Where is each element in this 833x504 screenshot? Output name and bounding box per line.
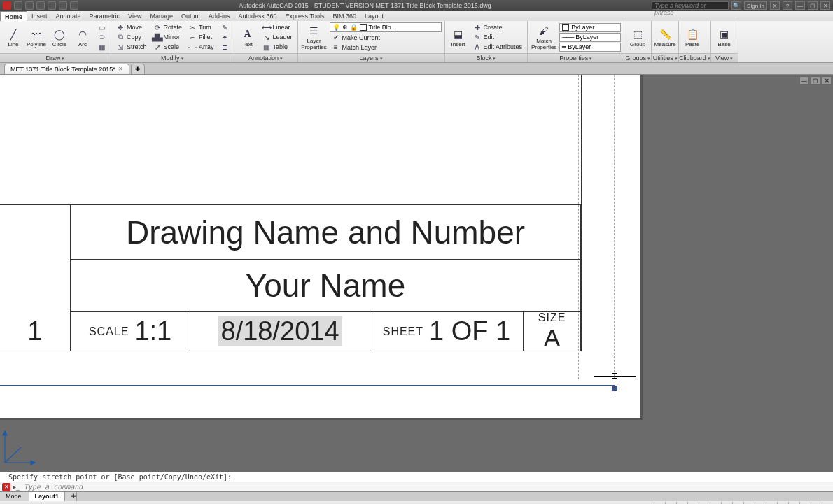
tab-add-layout[interactable]: ✚ [65,492,77,501]
panel-label-utilities[interactable]: Utilities [652,53,678,62]
tab-express[interactable]: Express Tools [281,11,329,21]
quick-access-toolbar [0,1,78,10]
rotate-button[interactable]: ⟳Rotate [151,23,185,32]
close-icon[interactable]: ✕ [820,1,830,10]
line-button[interactable]: ╱Line [3,22,24,52]
offset-button[interactable]: ⊏ [218,43,231,52]
qat-save-icon[interactable] [36,1,45,10]
help-icon[interactable]: ? [783,1,792,10]
size-label: SIZE [538,312,566,324]
maximize-icon[interactable]: ▢ [808,1,818,10]
file-tab-close-icon[interactable]: ✕ [118,64,123,74]
vp-min-icon[interactable]: — [799,76,809,85]
linetype-combo[interactable]: ───ByLayer [559,33,621,42]
tab-home[interactable]: Home [0,11,27,21]
panel-label-modify[interactable]: Modify [111,53,234,62]
mirror-button[interactable]: ▟▙Mirror [151,33,185,42]
vp-close-icon[interactable]: ✕ [822,76,832,85]
search-go-icon[interactable]: 🔍 [732,1,741,10]
qat-undo-icon[interactable] [48,1,56,10]
panel-label-view[interactable]: View [711,53,738,62]
tab-model[interactable]: Model [0,492,29,501]
stretch-grip[interactable] [612,386,617,391]
infocenter-search[interactable]: Type a keyword or phrase [652,1,729,10]
explode-button[interactable]: ✦ [218,33,231,42]
title-block-row-info: 1 SCALE 1:1 8/18/2014 SHEET 1 OF 1 SIZE … [0,312,580,351]
lineweight-combo[interactable]: ━ByLayer [559,43,621,52]
minimize-icon[interactable]: — [795,1,805,10]
circle-button[interactable]: ◯Circle [49,22,70,52]
title-block[interactable]: Drawing Name and Number Your Name 1 SCAL… [0,204,581,351]
selected-line[interactable] [0,385,615,386]
tab-insert[interactable]: Insert [27,11,52,21]
makecurrent-icon: ✔ [332,34,340,42]
drawing-canvas[interactable]: Drawing Name and Number Your Name 1 SCAL… [0,75,833,472]
match-layer-button[interactable]: ≡Match Layer [330,43,442,52]
match-prop-button[interactable]: 🖌Match Properties [531,22,557,52]
color-combo[interactable]: ByLayer [559,23,621,32]
matchlayer-icon: ≡ [332,43,340,52]
draw-hatch-button[interactable]: ▦ [95,43,108,52]
exchange-icon[interactable]: X [770,1,780,10]
scale-button[interactable]: ⤢Scale [151,43,185,52]
command-close-icon[interactable]: ✕ [2,483,10,491]
text-button[interactable]: AText [237,22,258,52]
stretch-button[interactable]: ⇲Stretch [114,43,149,52]
copy-button[interactable]: ⧉Copy [114,33,149,42]
qat-plot-icon[interactable] [70,1,78,10]
file-tab-active[interactable]: MET 1371 Title Block Template 2015* ✕ [4,64,130,74]
linear-dim-button[interactable]: ⟷Linear [260,23,295,32]
layer-properties-button[interactable]: ☰Layer Properties [301,22,328,52]
leader-button[interactable]: ↘Leader [260,33,295,42]
attr-icon: A [473,43,482,51]
trim-button[interactable]: ✂Trim [186,23,216,32]
tab-annotate[interactable]: Annotate [52,11,85,21]
panel-label-layers[interactable]: Layers [298,53,444,62]
tab-addins[interactable]: Add-ins [204,11,234,21]
file-tab-new[interactable]: ✚ [131,64,145,74]
current-layer-combo[interactable]: 💡 ❄ 🔒 Title Blo... [330,22,442,32]
move-button[interactable]: ✥Move [114,23,149,32]
paste-button[interactable]: 📋Paste [682,22,703,52]
panel-label-block[interactable]: Block [445,53,528,62]
tab-output[interactable]: Output [177,11,204,21]
panel-label-annotation[interactable]: Annotation [234,53,298,62]
create-block-button[interactable]: ✚Create [471,23,525,32]
tb-cell-date: 8/18/2014 [190,312,369,351]
arc-button[interactable]: ◠Arc [72,22,93,52]
panel-label-properties[interactable]: Properties [528,53,624,62]
draw-ellipse-button[interactable]: ⬭ [95,33,108,42]
fillet-button[interactable]: ⌐Fillet [186,33,216,42]
insert-block-button[interactable]: ⬓Insert [448,22,469,52]
base-view-button[interactable]: ▣Base [714,22,735,52]
qat-open-icon[interactable] [25,1,34,10]
panel-label-clipboard[interactable]: Clipboard [679,53,710,62]
tab-manage[interactable]: Manage [146,11,177,21]
command-input[interactable] [20,483,833,491]
erase-button[interactable]: ✎ [218,23,231,32]
app-logo-icon[interactable] [3,1,11,10]
tab-layout1[interactable]: Layout1 [29,492,66,501]
draw-rect-button[interactable]: ▭ [95,23,108,32]
circle-icon: ◯ [52,27,66,41]
panel-label-draw[interactable]: Draw [0,53,111,62]
table-button[interactable]: ▦Table [260,43,295,52]
edit-attr-button[interactable]: AEdit Attributes [471,43,525,52]
array-button[interactable]: ⋮⋮Array [186,43,216,52]
panel-label-groups[interactable]: Groups [624,53,651,62]
tab-layout[interactable]: Layout [360,11,388,21]
tab-bim360[interactable]: BIM 360 [328,11,360,21]
polyline-button[interactable]: 〰Polyline [26,22,47,52]
make-current-button[interactable]: ✔Make Current [330,33,442,42]
sign-in-button[interactable]: Sign In [744,1,767,10]
panel-annotation: AText ⟷Linear ↘Leader ▦Table Annotation [234,21,298,62]
qat-redo-icon[interactable] [59,1,67,10]
vp-max-icon[interactable]: ▢ [811,76,820,85]
tab-parametric[interactable]: Parametric [85,11,125,21]
measure-button[interactable]: 📏Measure [654,22,676,52]
tab-a360[interactable]: Autodesk 360 [234,11,281,21]
group-button[interactable]: ⬚Group [627,22,648,52]
edit-block-button[interactable]: ✎Edit [471,33,525,42]
qat-new-icon[interactable] [14,1,22,10]
tab-view[interactable]: View [124,11,146,21]
